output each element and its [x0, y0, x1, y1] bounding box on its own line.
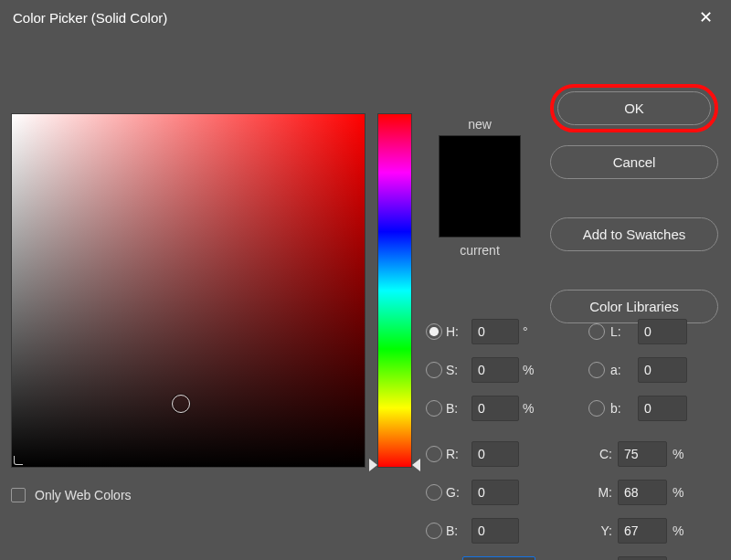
label-l: L: — [610, 324, 632, 339]
hue-handle-left-icon[interactable] — [369, 459, 377, 471]
ok-button[interactable]: OK — [557, 91, 711, 125]
input-hex[interactable]: 000000 — [462, 556, 535, 560]
input-g[interactable] — [471, 480, 519, 505]
new-color-swatch — [440, 136, 520, 186]
label-g: G: — [446, 485, 468, 500]
label-b: b: — [610, 401, 632, 416]
unit-s: % — [523, 363, 539, 377]
radio-a[interactable] — [588, 362, 605, 378]
label-a: a: — [610, 363, 632, 377]
current-color-swatch[interactable] — [440, 186, 520, 237]
add-to-swatches-button[interactable]: Add to Swatches — [550, 217, 718, 251]
input-m[interactable] — [618, 480, 667, 505]
saturation-brightness-field[interactable] — [11, 113, 366, 468]
radio-r[interactable] — [426, 446, 442, 462]
input-a[interactable] — [638, 357, 687, 383]
hue-slider[interactable] — [377, 113, 412, 468]
input-s[interactable] — [471, 357, 519, 383]
label-r: R: — [446, 447, 468, 461]
label-y: Y: — [588, 523, 612, 538]
radio-g[interactable] — [426, 484, 442, 501]
radio-bv[interactable] — [426, 400, 442, 417]
only-web-colors-label: Only Web Colors — [35, 488, 132, 502]
unit-h: ° — [523, 324, 539, 339]
radio-h[interactable] — [426, 323, 442, 340]
input-bc[interactable] — [471, 518, 519, 544]
input-b[interactable] — [638, 396, 687, 421]
cancel-button[interactable]: Cancel — [550, 145, 718, 179]
input-y[interactable] — [618, 518, 667, 544]
unit-y: % — [673, 523, 689, 538]
origin-corner-icon — [14, 456, 23, 465]
current-color-label: current — [427, 243, 533, 258]
unit-c: % — [673, 447, 689, 461]
close-icon[interactable]: ✕ — [694, 7, 718, 27]
ok-highlight-annotation: OK — [550, 84, 718, 132]
label-bc: B: — [446, 523, 468, 538]
dialog-title: Color Picker (Solid Color) — [13, 10, 167, 26]
unit-bv: % — [523, 401, 539, 416]
color-indicator[interactable] — [172, 395, 190, 413]
radio-b[interactable] — [588, 400, 605, 417]
input-h[interactable] — [471, 319, 519, 344]
hue-handle-right-icon[interactable] — [412, 459, 420, 471]
input-l[interactable] — [638, 319, 687, 344]
label-m: M: — [588, 485, 612, 500]
label-s: S: — [446, 363, 468, 377]
radio-bc[interactable] — [426, 523, 442, 539]
radio-s[interactable] — [426, 362, 442, 378]
new-color-label: new — [427, 117, 533, 132]
radio-l[interactable] — [588, 323, 605, 340]
label-h: H: — [446, 324, 468, 339]
color-swatch — [439, 135, 521, 238]
input-bv[interactable] — [471, 396, 519, 421]
input-k[interactable] — [618, 556, 667, 560]
input-c[interactable] — [618, 441, 667, 467]
unit-m: % — [673, 485, 689, 500]
input-r[interactable] — [471, 441, 519, 467]
label-bv: B: — [446, 401, 468, 416]
label-c: C: — [588, 447, 612, 461]
only-web-colors-checkbox[interactable] — [11, 488, 26, 502]
